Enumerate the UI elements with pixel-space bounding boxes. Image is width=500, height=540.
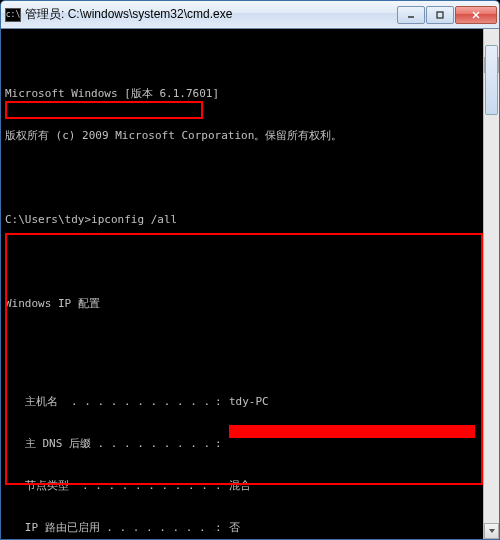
highlight-duid-redact [229,425,475,438]
header-line1: Microsoft Windows [版本 6.1.7601] [5,87,479,101]
titlebar[interactable]: c:\ 管理员: C:\windows\system32\cmd.exe [1,1,499,29]
command-prompt: C:\Users\tdy>ipconfig /all [5,213,479,227]
svg-marker-5 [489,529,495,533]
minimize-button[interactable] [397,6,425,24]
window-title: 管理员: C:\windows\system32\cmd.exe [25,6,397,23]
window-buttons [397,6,497,24]
maximize-button[interactable] [426,6,454,24]
cmd-window: c:\ 管理员: C:\windows\system32\cmd.exe Mic… [0,0,500,540]
highlight-command [5,101,203,119]
scroll-track[interactable] [484,45,499,523]
scrollbar[interactable] [483,29,499,539]
terminal-content: Microsoft Windows [版本 6.1.7601] 版权所有 (c)… [5,59,495,539]
blank-line [5,171,479,185]
scroll-down-button[interactable] [484,523,499,539]
highlight-main-block [5,233,483,485]
svg-rect-1 [437,12,443,18]
terminal-body[interactable]: Microsoft Windows [版本 6.1.7601] 版权所有 (c)… [1,29,499,539]
header-line2: 版权所有 (c) 2009 Microsoft Corporation。保留所有… [5,129,479,143]
close-button[interactable] [455,6,497,24]
scroll-thumb[interactable] [485,45,498,115]
cmd-icon: c:\ [5,8,21,22]
row-ip-routing: IP 路由已启用 . . . . . . . . . .:否 [5,521,479,535]
